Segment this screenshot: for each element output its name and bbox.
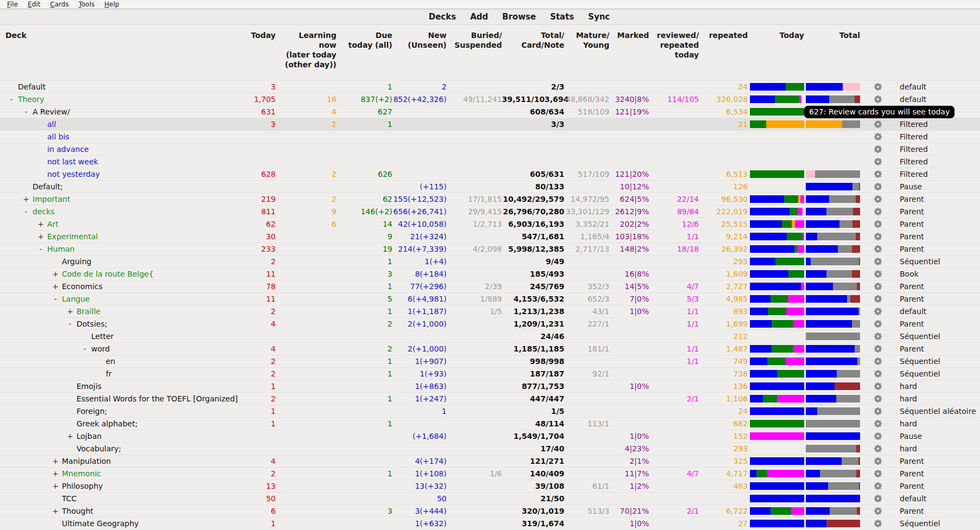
deck-name[interactable]: all <box>0 118 56 130</box>
deck-name[interactable]: en <box>0 355 116 367</box>
deck-options-gear[interactable] <box>874 494 882 503</box>
deck-name[interactable]: Thought <box>0 505 93 517</box>
deck-row-all-bis[interactable]: all bisFiltered <box>0 130 980 143</box>
deck-options-gear[interactable] <box>874 95 882 104</box>
expand-icon[interactable]: + <box>52 505 59 517</box>
deck-row-thought[interactable]: +Thought633(+444)320/1,019513/370|21%2/1… <box>0 505 980 517</box>
deck-row-letter[interactable]: Letter24/46212Séquentiel <box>0 330 980 342</box>
deck-name[interactable]: Braille <box>0 305 100 317</box>
deck-name[interactable]: Art <box>0 218 59 230</box>
deck-name[interactable]: all bis <box>0 131 69 143</box>
deck-row-greek-alphabet[interactable]: Greek alphabet;1148/114113/1682hard <box>0 417 980 430</box>
deck-options-gear[interactable] <box>874 394 882 403</box>
deck-row-braille[interactable]: +Braille211(+1,187)1/51,213/1,23843/11|0… <box>0 305 980 317</box>
deck-row-en[interactable]: en211(+907)998/9981/1749Séquentiel <box>0 355 980 367</box>
deck-options-gear[interactable] <box>874 519 882 528</box>
deck-row-human[interactable]: -Human23319214(+7,339)4/2,0985,998/12,38… <box>0 242 980 255</box>
deck-name[interactable]: not last week <box>0 156 98 168</box>
deck-options-gear[interactable] <box>874 170 882 178</box>
deck-row-theory[interactable]: -Theory1,70516837(+2)852(+42,326)49/11,2… <box>0 93 980 105</box>
expand-icon[interactable]: + <box>66 305 74 317</box>
deck-options-gear[interactable] <box>874 145 882 154</box>
deck-options-gear[interactable] <box>874 432 882 440</box>
deck-name[interactable]: in advance <box>0 143 89 155</box>
collapse-icon[interactable]: - <box>22 106 30 118</box>
deck-row-all[interactable]: all3213/321Filtered <box>0 118 980 130</box>
deck-options-gear[interactable] <box>874 419 882 428</box>
deck-options-gear[interactable] <box>874 320 882 328</box>
deck-name[interactable]: fr <box>0 368 112 380</box>
deck-name[interactable]: Important <box>0 193 70 205</box>
deck-options-gear[interactable] <box>874 344 882 353</box>
deck-options-gear[interactable] <box>874 332 882 341</box>
expand-icon[interactable]: + <box>22 193 30 205</box>
deck-row-lojban[interactable]: +Lojban(+1,684)1,549/1,7041|0%152Pause <box>0 430 980 442</box>
nav-add[interactable]: Add <box>470 12 488 22</box>
deck-row-not-last-week[interactable]: not last weekFiltered <box>0 155 980 168</box>
expand-icon[interactable]: + <box>52 280 59 292</box>
deck-row-experimental[interactable]: +Experimental30921(+324)547/1,6811,165/4… <box>0 230 980 242</box>
deck-name[interactable]: Arguing <box>0 256 92 267</box>
deck-row-word[interactable]: -word422(+1,000)1,185/1,185181/11/11,487… <box>0 342 980 355</box>
deck-options-gear[interactable] <box>874 369 882 378</box>
deck-name[interactable]: TCC <box>0 493 77 505</box>
collapse-icon[interactable]: - <box>52 293 59 305</box>
deck-name[interactable]: Foreign; <box>0 405 107 417</box>
deck-row-not-yesterday[interactable]: not yesterday6282626605/631517/109121|20… <box>0 168 980 180</box>
deck-name[interactable]: Code de la route Belge{ <box>0 268 154 280</box>
deck-name[interactable]: word <box>0 343 110 355</box>
deck-options-gear[interactable] <box>874 357 882 366</box>
deck-options-gear[interactable] <box>874 132 882 141</box>
deck-name[interactable]: Mnemonic <box>0 468 101 480</box>
deck-row-in-advance[interactable]: in advanceFiltered <box>0 143 980 155</box>
deck-row-dotsies[interactable]: -Dotsies;422(+1,000)1,209/1,231227/11/11… <box>0 317 980 330</box>
menu-edit[interactable]: Edit <box>23 1 45 8</box>
collapse-icon[interactable]: - <box>8 93 15 105</box>
deck-row-emojis[interactable]: Emojis11(+863)877/1,7531|0%136hard <box>0 380 980 392</box>
expand-icon[interactable]: + <box>52 468 59 480</box>
deck-options-gear[interactable] <box>874 457 882 465</box>
deck-row-arguing[interactable]: Arguing211(+4)9/49293Séquentiel <box>0 255 980 267</box>
deck-options-gear[interactable] <box>874 195 882 203</box>
deck-name[interactable]: Lojban <box>0 430 101 442</box>
deck-row-foreign[interactable]: Foreign;111/524Séquentiel aléatoire <box>0 405 980 417</box>
menu-file[interactable]: File <box>2 1 23 8</box>
deck-options-gear[interactable] <box>874 220 882 228</box>
deck-options-gear[interactable] <box>874 407 882 416</box>
nav-stats[interactable]: Stats <box>550 12 574 22</box>
deck-name[interactable]: Greek alphabet; <box>0 418 138 430</box>
deck-name[interactable]: Default; <box>0 181 63 193</box>
deck-row-vocabulary[interactable]: Vocabulary;17/404|23%293hard <box>0 442 980 455</box>
deck-name[interactable]: Vocabulary; <box>0 443 121 455</box>
deck-options-gear[interactable] <box>874 469 882 478</box>
expand-icon[interactable]: + <box>52 455 59 467</box>
deck-row-philosophy[interactable]: +Philosophy1313(+32)39/10861/11|2%483Par… <box>0 480 980 492</box>
expand-icon[interactable]: + <box>37 218 44 230</box>
deck-name[interactable]: Default <box>0 81 46 93</box>
expand-icon[interactable]: + <box>52 480 59 492</box>
deck-name[interactable]: Dotsies; <box>0 318 107 330</box>
deck-options-gear[interactable] <box>874 295 882 303</box>
deck-name[interactable]: A Review/ <box>0 106 70 118</box>
expand-icon[interactable]: + <box>37 231 44 242</box>
deck-options-gear[interactable] <box>874 444 882 453</box>
deck-row-important[interactable]: +Important219262155(+12,523)17/1,81510,4… <box>0 193 980 205</box>
nav-sync[interactable]: Sync <box>588 12 610 22</box>
deck-row-default[interactable]: Default;(+115)80/13310|12%126Pause <box>0 180 980 193</box>
collapse-icon[interactable]: - <box>37 243 44 255</box>
deck-row-ultimate-geography[interactable]: Ultimate Geography11(+632)319/1,6741|0%2… <box>0 517 980 529</box>
collapse-icon[interactable]: - <box>66 318 74 330</box>
deck-name[interactable]: Theory <box>0 93 44 105</box>
deck-options-gear[interactable] <box>874 120 882 129</box>
deck-name[interactable]: Langue <box>0 293 90 305</box>
deck-options-gear[interactable] <box>874 307 882 316</box>
menu-tools[interactable]: Tools <box>74 1 100 8</box>
expand-icon[interactable]: + <box>66 430 74 442</box>
deck-row-essential-words-for-the-toefl-organized[interactable]: Essential Words for the TOEFL [Organized… <box>0 392 980 405</box>
deck-row-economics[interactable]: +Economics78177(+296)2/39245/769352/314|… <box>0 280 980 292</box>
nav-decks[interactable]: Decks <box>429 12 456 22</box>
deck-name[interactable]: not yesterday <box>0 168 100 180</box>
deck-options-gear[interactable] <box>874 82 882 91</box>
deck-row-manipulation[interactable]: +Manipulation44(+174)121/2712|1%325Paren… <box>0 455 980 467</box>
deck-options-gear[interactable] <box>874 245 882 253</box>
